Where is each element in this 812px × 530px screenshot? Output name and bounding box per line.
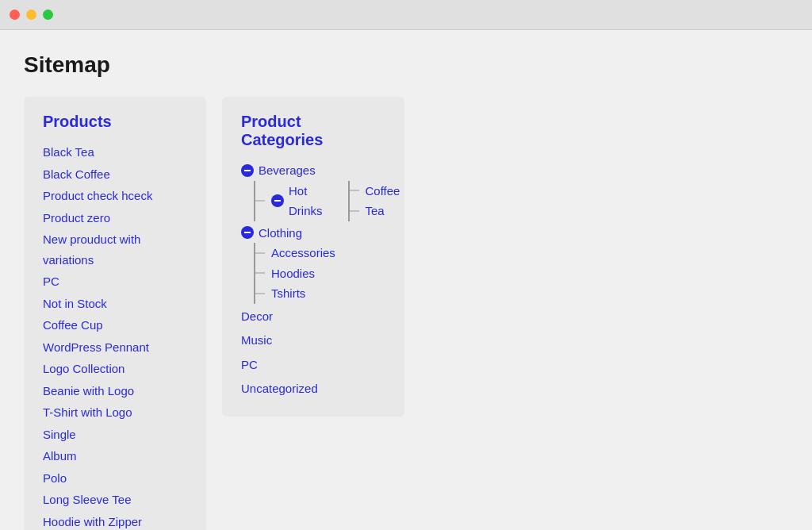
category-accessories-link[interactable]: Accessories — [271, 243, 335, 263]
product-link[interactable]: Coffee Cup — [43, 315, 187, 336]
list-item: Polo — [43, 468, 187, 489]
list-item: Hoodie with Zipper — [43, 512, 187, 531]
product-link[interactable]: Product check hceck — [43, 186, 187, 206]
product-link[interactable]: Logo Collection — [43, 359, 187, 379]
category-accessories: Accessories — [255, 243, 385, 263]
products-panel-title: Products — [43, 113, 187, 131]
list-item: T-Shirt with Logo — [43, 402, 187, 423]
list-item: WordPress Pennant — [43, 337, 187, 358]
product-link[interactable]: Single — [43, 424, 187, 445]
product-link[interactable]: Album — [43, 446, 187, 467]
product-link[interactable]: Black Tea — [43, 142, 187, 163]
categories-panel: Product Categories Beverages — [222, 97, 404, 417]
list-item: Black Tea — [43, 142, 187, 163]
product-link[interactable]: Beanie with Logo — [43, 381, 187, 401]
collapse-hot-drinks-icon[interactable] — [271, 194, 284, 207]
category-pc-link[interactable]: PC — [241, 358, 258, 371]
product-link[interactable]: Black Coffee — [43, 164, 187, 185]
list-item: Coffee Cup — [43, 315, 187, 336]
categories-panel-title: Product Categories — [241, 113, 385, 149]
list-item: Beanie with Logo — [43, 381, 187, 401]
category-decor-link[interactable]: Decor — [241, 309, 273, 323]
category-tshirts-link[interactable]: Tshirts — [271, 283, 305, 304]
category-coffee: Coffee — [350, 181, 400, 202]
product-link[interactable]: New prouduct with variations — [43, 229, 187, 270]
dot-red[interactable] — [10, 10, 20, 20]
dot-yellow[interactable] — [26, 10, 36, 20]
category-tshirts: Tshirts — [255, 283, 385, 304]
category-coffee-link[interactable]: Coffee — [366, 181, 400, 202]
product-link[interactable]: T-Shirt with Logo — [43, 402, 187, 423]
list-item: PC — [43, 271, 187, 292]
list-item: Single — [43, 424, 187, 445]
product-link[interactable]: PC — [43, 271, 187, 292]
hot-drinks-subtree: Coffee Tea — [348, 181, 400, 221]
product-link[interactable]: Product zero — [43, 208, 187, 229]
list-item: Long Sleeve Tee — [43, 490, 187, 510]
category-pc: PC — [241, 354, 385, 377]
list-item: Not in Stock — [43, 294, 187, 314]
product-link[interactable]: Hoodie with Zipper — [43, 512, 187, 531]
clothing-subtree: Accessories Hoodies — [254, 243, 385, 304]
columns-container: Products Black Tea Black Coffee Product … — [24, 97, 788, 530]
category-hoodies: Hoodies — [255, 263, 385, 284]
list-item: Album — [43, 446, 187, 467]
category-uncategorized-link[interactable]: Uncategorized — [241, 382, 318, 395]
category-uncategorized: Uncategorized — [241, 378, 385, 401]
category-beverages-link[interactable]: Beverages — [259, 160, 316, 181]
list-item: New prouduct with variations — [43, 229, 187, 270]
category-beverages: Beverages Hot Drinks — [241, 160, 385, 221]
titlebar — [0, 0, 812, 30]
product-link[interactable]: Long Sleeve Tee — [43, 490, 187, 510]
collapse-beverages-icon[interactable] — [241, 164, 254, 177]
list-item: Product check hceck — [43, 186, 187, 206]
category-clothing: Clothing Accessories — [241, 223, 385, 304]
category-hot-drinks: Hot Drinks Coffee — [255, 181, 385, 221]
list-item: Product zero — [43, 208, 187, 229]
category-tea-link[interactable]: Tea — [366, 201, 385, 221]
product-link[interactable]: WordPress Pennant — [43, 337, 187, 358]
categories-tree: Beverages Hot Drinks — [241, 160, 385, 401]
category-tea: Tea — [350, 201, 400, 221]
page-title: Sitemap — [24, 52, 788, 78]
product-link[interactable]: Polo — [43, 468, 187, 489]
products-panel: Products Black Tea Black Coffee Product … — [24, 97, 206, 530]
category-hoodies-link[interactable]: Hoodies — [271, 263, 315, 284]
products-list: Black Tea Black Coffee Product check hce… — [43, 142, 187, 530]
category-music-link[interactable]: Music — [241, 333, 272, 347]
beverages-subtree: Hot Drinks Coffee — [254, 181, 385, 221]
category-music: Music — [241, 329, 385, 352]
category-clothing-link[interactable]: Clothing — [259, 223, 302, 244]
category-decor: Decor — [241, 305, 385, 328]
collapse-clothing-icon[interactable] — [241, 226, 254, 239]
product-link[interactable]: Not in Stock — [43, 294, 187, 314]
category-hot-drinks-link[interactable]: Hot Drinks — [289, 181, 323, 221]
dot-green[interactable] — [43, 10, 53, 20]
list-item: Logo Collection — [43, 359, 187, 379]
main-content: Sitemap Products Black Tea Black Coffee … — [0, 30, 812, 530]
list-item: Black Coffee — [43, 164, 187, 185]
